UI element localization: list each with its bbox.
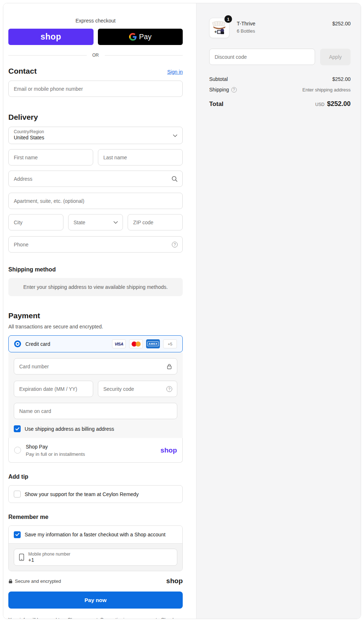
product-variant: 6 Bottles (237, 28, 255, 34)
credit-card-option[interactable]: Credit card VISA AMEX +5 (8, 335, 183, 352)
radio-selected-icon (14, 340, 21, 347)
address-field-wrap (8, 171, 183, 187)
quantity-badge: 1 (224, 15, 232, 23)
name-on-card-input[interactable] (14, 403, 177, 419)
phone-input[interactable] (9, 237, 182, 252)
checkout-page: Express checkout shop Pay OR (3, 3, 361, 619)
apply-discount-button[interactable]: Apply (320, 49, 351, 65)
discount-row: Apply (209, 49, 351, 65)
billing-checkbox-label: Use shipping address as billing address (25, 426, 114, 432)
secure-row: Secure and encrypted shop (8, 577, 183, 585)
credit-card-form: ? Use shipping address as billing addres… (8, 352, 183, 438)
country-select[interactable]: Country/Region United States (8, 127, 183, 144)
or-divider: OR (8, 53, 183, 58)
shipping-method-notice: Enter your shipping address to view avai… (8, 278, 183, 296)
phone-field-wrap: ? (8, 236, 183, 253)
shipping-value: Enter shipping address (302, 87, 351, 93)
city-input[interactable] (9, 214, 63, 230)
zip-input[interactable] (128, 214, 182, 230)
help-icon[interactable]: ? (231, 87, 237, 93)
name-on-card-field-wrap (14, 403, 177, 419)
svg-text:+: + (214, 29, 217, 34)
total-label: Total (209, 101, 223, 108)
lock-icon (8, 579, 13, 584)
remember-phone-section: Mobile phone number +1 (9, 543, 182, 571)
chevron-down-icon (173, 132, 177, 139)
security-code-field-wrap: ? (98, 381, 177, 397)
state-select[interactable] (68, 214, 123, 230)
legal-text: Your info will be saved to a Shop accoun… (8, 616, 183, 619)
total-row: Total USD $252.00 (209, 100, 351, 108)
express-checkout-label: Express checkout (8, 18, 183, 24)
more-cards-badge: +5 (163, 339, 177, 348)
card-brand-icons: VISA AMEX +5 (112, 339, 177, 348)
checkbox-checked-icon (14, 531, 21, 538)
mobile-phone-field[interactable]: Mobile phone number +1 (14, 549, 177, 566)
last-name-field-wrap (98, 149, 183, 165)
card-number-field-wrap (14, 358, 177, 375)
subtotal-value: $252.00 (332, 76, 351, 82)
address-input[interactable] (9, 171, 182, 187)
last-name-input[interactable] (98, 150, 182, 165)
pay-now-button[interactable]: Pay now (8, 592, 183, 609)
billing-address-checkbox-row[interactable]: Use shipping address as billing address (14, 425, 177, 432)
google-g-icon (129, 33, 137, 41)
shop-logo: shop (161, 446, 177, 454)
gpay-label: Pay (139, 33, 152, 41)
help-icon[interactable]: ? (166, 386, 172, 392)
discount-field-wrap (209, 49, 315, 65)
shipping-method-heading: Shipping method (8, 266, 183, 273)
tip-checkbox-label: Show your support for the team at Ceylon… (25, 491, 138, 497)
legal-part-1: Your info will be saved to a Shop accoun… (8, 617, 176, 619)
country-value: United States (14, 135, 177, 140)
contact-heading: Contact (8, 67, 37, 75)
help-icon[interactable]: ? (172, 242, 178, 247)
apartment-input[interactable] (9, 193, 182, 209)
express-buttons: shop Pay (8, 29, 183, 45)
subtotal-row: Subtotal $252.00 (209, 76, 351, 82)
country-label: Country/Region (14, 129, 177, 134)
shipping-row: Shipping ? Enter shipping address (209, 87, 351, 93)
line-item: + 1 T-Thrive 6 Bottles $252.00 (209, 18, 351, 38)
shop-logo: shop (166, 577, 183, 585)
order-summary-panel: + 1 T-Thrive 6 Bottles $252.00 Apply (196, 3, 361, 619)
apartment-field-wrap (8, 193, 183, 209)
security-code-input[interactable] (98, 381, 177, 397)
card-number-input[interactable] (14, 359, 177, 374)
remember-checkbox-row[interactable]: Save my information for a faster checkou… (9, 526, 182, 543)
credit-card-label: Credit card (25, 341, 50, 347)
payment-subheading: All transactions are secure and encrypte… (8, 324, 183, 330)
mobile-phone-icon (19, 553, 24, 561)
subtotal-label: Subtotal (209, 76, 228, 82)
email-input[interactable] (9, 81, 182, 97)
payment-methods: Credit card VISA AMEX +5 (8, 335, 183, 463)
secure-label: Secure and encrypted (15, 578, 61, 584)
first-name-input[interactable] (9, 150, 93, 165)
google-pay-express-button[interactable]: Pay (98, 29, 183, 45)
expiration-input[interactable] (14, 381, 93, 397)
shop-pay-express-button[interactable]: shop (8, 29, 94, 45)
mobile-phone-value: +1 (28, 557, 70, 563)
mastercard-icon (129, 339, 143, 348)
checkout-form-column: Express checkout shop Pay OR (3, 3, 196, 619)
chevron-down-icon (113, 221, 118, 224)
discount-code-input[interactable] (210, 49, 315, 65)
city-field-wrap (8, 214, 63, 230)
payment-heading: Payment (8, 311, 183, 320)
first-name-field-wrap (8, 149, 93, 165)
tip-checkbox-row[interactable]: Show your support for the team at Ceylon… (9, 486, 182, 503)
lock-icon (166, 363, 172, 369)
shop-pay-option[interactable]: Shop Pay Pay in full or in installments … (8, 438, 183, 463)
zip-field-wrap (128, 214, 183, 230)
sign-in-link[interactable]: Sign in (167, 69, 183, 75)
product-price: $252.00 (332, 18, 351, 26)
product-name: T-Thrive (237, 21, 255, 26)
remember-checkbox-label: Save my information for a faster checkou… (25, 532, 165, 537)
remember-me-heading: Remember me (8, 514, 183, 520)
mobile-phone-label: Mobile phone number (28, 552, 70, 557)
search-icon (171, 176, 178, 182)
amex-icon: AMEX (146, 339, 160, 348)
shipping-label: Shipping (209, 87, 229, 93)
checkbox-unchecked-icon (14, 491, 21, 498)
total-value: $252.00 (327, 100, 351, 108)
